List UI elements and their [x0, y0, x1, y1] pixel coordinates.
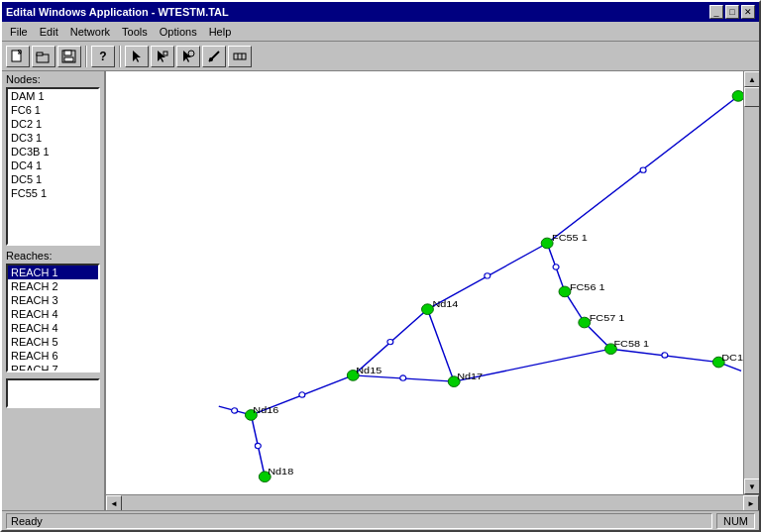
list-item[interactable]: DC2 1 — [8, 117, 98, 131]
toolbar-sep-2 — [119, 46, 121, 67]
svg-text:FC56 1: FC56 1 — [570, 281, 605, 291]
list-item[interactable]: REACH 2 — [8, 279, 98, 293]
list-item[interactable]: DC3 1 — [8, 131, 98, 145]
nodes-label: Nodes: — [2, 71, 104, 87]
svg-rect-9 — [163, 52, 167, 55]
menu-edit[interactable]: Edit — [34, 24, 64, 40]
list-item[interactable]: DAM 1 — [8, 89, 98, 103]
svg-marker-8 — [158, 51, 165, 62]
nodes-listbox[interactable]: DAM 1 FC6 1 DC2 1 DC3 1 DC3B 1 DC4 1 DC5… — [6, 87, 100, 246]
scroll-thumb-v[interactable] — [744, 87, 759, 107]
toolbar-tool5-btn[interactable] — [228, 46, 252, 67]
list-item[interactable]: FC6 1 — [8, 103, 98, 117]
svg-text:Nd14: Nd14 — [432, 299, 458, 309]
toolbar-pointer-btn[interactable] — [125, 46, 149, 67]
list-item[interactable]: REACH 3 — [8, 293, 98, 307]
toolbar: ? — [2, 42, 759, 71]
svg-point-39 — [662, 353, 668, 358]
minimize-button[interactable]: _ — [709, 5, 723, 19]
list-item[interactable]: REACH 6 — [8, 349, 98, 363]
toolbar-save-btn[interactable] — [57, 46, 81, 67]
list-item[interactable]: DC4 1 — [8, 159, 98, 172]
list-item[interactable]: REACH 4 — [8, 321, 98, 335]
svg-point-31 — [640, 167, 646, 172]
window-title: Edital Windows Application - WTESTM.TAL — [6, 6, 229, 18]
scroll-down-btn[interactable]: ▼ — [744, 479, 759, 494]
toolbar-help-btn[interactable]: ? — [91, 46, 115, 67]
horizontal-scrollbar[interactable]: ◄ ► — [106, 494, 759, 510]
menu-network[interactable]: Network — [64, 24, 116, 40]
svg-point-13 — [209, 57, 213, 61]
svg-point-35 — [299, 392, 305, 397]
left-panel: Nodes: DAM 1 FC6 1 DC2 1 DC3 1 DC3B 1 DC… — [2, 71, 106, 510]
status-bar: Ready NUM — [2, 510, 759, 530]
svg-point-38 — [400, 375, 406, 380]
svg-line-25 — [427, 309, 454, 381]
list-item[interactable]: REACH 5 — [8, 335, 98, 349]
svg-text:Nd16: Nd16 — [253, 405, 278, 415]
svg-text:Nd18: Nd18 — [268, 467, 293, 477]
network-svg: DC5 1 FC55 1 FC56 1 FC57 1 FC58 1 DC1 2 … — [106, 71, 743, 494]
menu-help[interactable]: Help — [203, 24, 238, 40]
toolbar-sep-1 — [85, 46, 87, 67]
scroll-track-h[interactable] — [122, 495, 743, 510]
canvas-row: DC5 1 FC55 1 FC56 1 FC57 1 FC58 1 DC1 2 … — [106, 71, 759, 494]
svg-text:FC57 1: FC57 1 — [590, 312, 625, 322]
scroll-left-btn[interactable]: ◄ — [106, 495, 122, 510]
list-item[interactable]: DC5 1 — [8, 172, 98, 186]
reaches-listbox[interactable]: REACH 1 REACH 2 REACH 3 REACH 4 REACH 4 … — [6, 264, 100, 372]
text-input[interactable] — [6, 378, 100, 408]
canvas-container: DC5 1 FC55 1 FC56 1 FC57 1 FC58 1 DC1 2 … — [106, 71, 759, 510]
svg-rect-6 — [64, 57, 73, 61]
status-num: NUM — [716, 513, 755, 529]
svg-rect-5 — [64, 51, 71, 55]
svg-text:Nd17: Nd17 — [457, 372, 483, 381]
maximize-button[interactable]: □ — [725, 5, 739, 19]
svg-point-33 — [485, 273, 490, 278]
svg-point-36 — [232, 408, 238, 413]
list-item[interactable]: REACH 4 — [8, 307, 98, 321]
list-item[interactable]: DC3B 1 — [8, 145, 98, 159]
svg-text:FC58 1: FC58 1 — [613, 339, 649, 349]
svg-point-37 — [255, 443, 261, 448]
close-button[interactable]: ✕ — [741, 5, 755, 19]
toolbar-tool2-btn[interactable] — [151, 46, 174, 67]
title-bar-buttons: _ □ ✕ — [709, 5, 755, 19]
svg-point-11 — [188, 51, 194, 56]
main-window: Edital Windows Application - WTESTM.TAL … — [0, 0, 761, 532]
toolbar-tool3-btn[interactable] — [176, 46, 200, 67]
svg-text:FC55 1: FC55 1 — [552, 232, 588, 242]
svg-marker-7 — [133, 51, 141, 62]
list-item[interactable]: REACH 1 — [8, 266, 98, 279]
network-canvas[interactable]: DC5 1 FC55 1 FC56 1 FC57 1 FC58 1 DC1 2 … — [106, 71, 743, 494]
svg-point-32 — [553, 265, 559, 269]
menu-options[interactable]: Options — [154, 24, 203, 40]
main-content: Nodes: DAM 1 FC6 1 DC2 1 DC3 1 DC3B 1 DC… — [2, 71, 759, 510]
svg-point-40 — [732, 91, 743, 102]
vertical-scrollbar[interactable]: ▲ ▼ — [743, 71, 759, 494]
title-bar: Edital Windows Application - WTESTM.TAL … — [2, 2, 759, 22]
svg-text:Nd15: Nd15 — [356, 366, 381, 375]
reaches-label: Reaches: — [2, 248, 104, 264]
svg-rect-3 — [37, 53, 43, 55]
list-item[interactable]: FC55 1 — [8, 186, 98, 200]
status-ready: Ready — [6, 513, 712, 529]
list-item[interactable]: REACH 7 — [8, 363, 98, 372]
scroll-right-btn[interactable]: ► — [743, 495, 759, 510]
svg-text:DC1  2: DC1 2 — [721, 352, 743, 362]
scroll-track-v[interactable] — [744, 87, 759, 479]
svg-point-34 — [387, 339, 393, 344]
menu-tools[interactable]: Tools — [116, 24, 154, 40]
svg-rect-14 — [234, 53, 246, 59]
menu-file[interactable]: File — [4, 24, 34, 40]
menu-bar: File Edit Network Tools Options Help — [2, 22, 759, 42]
toolbar-open-btn[interactable] — [32, 46, 55, 67]
toolbar-new-btn[interactable] — [6, 46, 30, 67]
scroll-up-btn[interactable]: ▲ — [744, 71, 759, 87]
toolbar-tool4-btn[interactable] — [202, 46, 226, 67]
